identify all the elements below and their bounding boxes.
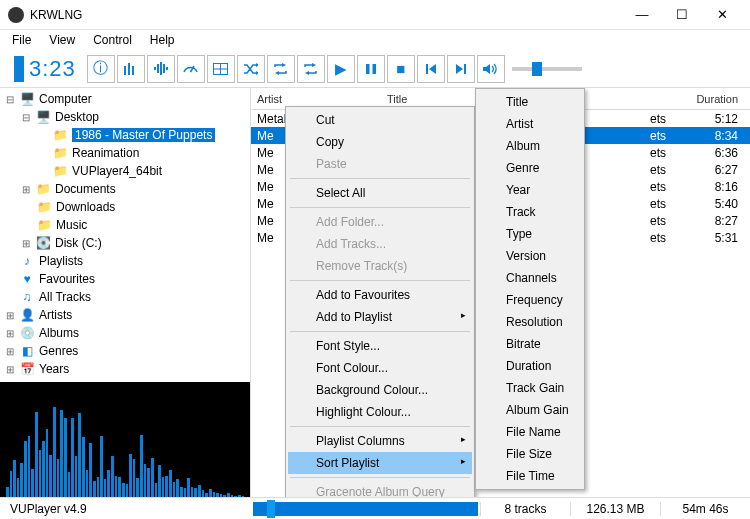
shuffle-button[interactable]	[237, 55, 265, 83]
ctx-add-to-playlist[interactable]: Add to Playlist	[288, 306, 472, 328]
svg-rect-5	[372, 64, 376, 74]
ctx-gracenote-album-query: Gracenote Album Query	[288, 481, 472, 497]
ctx-playlist-columns[interactable]: Playlist Columns	[288, 430, 472, 452]
ctx-paste: Paste	[288, 153, 472, 175]
menu-help[interactable]: Help	[142, 31, 183, 49]
menubar: File View Control Help	[0, 30, 750, 50]
sort-duration[interactable]: Duration	[478, 355, 582, 377]
minimize-button[interactable]: —	[622, 1, 662, 29]
sort-frequency[interactable]: Frequency	[478, 289, 582, 311]
spectrum-icon[interactable]	[147, 55, 175, 83]
sort-bitrate[interactable]: Bitrate	[478, 333, 582, 355]
ctx-cut[interactable]: Cut	[288, 109, 472, 131]
titlebar: KRWLNG — ☐ ✕	[0, 0, 750, 30]
sort-version[interactable]: Version	[478, 245, 582, 267]
status-version: VUPlayer v4.9	[0, 502, 251, 516]
menu-view[interactable]: View	[41, 31, 83, 49]
tree-favourites[interactable]: ♥Favourites	[4, 270, 246, 288]
sidebar: ⊟🖥️Computer ⊟🖥️Desktop 📁1986 - Master Of…	[0, 88, 251, 497]
pause-button[interactable]	[357, 55, 385, 83]
equalizer-icon[interactable]	[117, 55, 145, 83]
col-artist[interactable]: Artist	[251, 93, 381, 105]
prev-button[interactable]	[417, 55, 445, 83]
oscilloscope-icon[interactable]	[207, 55, 235, 83]
ctx-copy[interactable]: Copy	[288, 131, 472, 153]
tree-computer[interactable]: ⊟🖥️Computer	[4, 90, 246, 108]
sort-track-gain[interactable]: Track Gain	[478, 377, 582, 399]
sort-year[interactable]: Year	[478, 179, 582, 201]
next-button[interactable]	[447, 55, 475, 83]
app-icon	[8, 7, 24, 23]
status-tracks: 8 tracks	[480, 502, 570, 516]
tree-album-selected[interactable]: 📁1986 - Master Of Puppets	[4, 126, 246, 144]
status-time: 54m 46s	[660, 502, 750, 516]
sort-album-gain[interactable]: Album Gain	[478, 399, 582, 421]
volume-button[interactable]	[477, 55, 505, 83]
sort-track[interactable]: Track	[478, 201, 582, 223]
ctx-add-tracks-: Add Tracks...	[288, 233, 472, 255]
sort-type[interactable]: Type	[478, 223, 582, 245]
repeat-one-button[interactable]	[297, 55, 325, 83]
tree-documents[interactable]: ⊞📁Documents	[4, 180, 246, 198]
ctx-add-folder-: Add Folder...	[288, 211, 472, 233]
elapsed-time[interactable]: 3:23	[29, 56, 76, 82]
play-button[interactable]: ▶	[327, 55, 355, 83]
tree-vuplayer[interactable]: 📁VUPlayer4_64bit	[4, 162, 246, 180]
maximize-button[interactable]: ☐	[662, 1, 702, 29]
tree-years[interactable]: ⊞📅Years	[4, 360, 246, 378]
vu-icon[interactable]	[177, 55, 205, 83]
sort-submenu: TitleArtistAlbumGenreYearTrackTypeVersio…	[475, 88, 585, 490]
window-title: KRWLNG	[30, 8, 622, 22]
sort-title[interactable]: Title	[478, 91, 582, 113]
sort-channels[interactable]: Channels	[478, 267, 582, 289]
info-button[interactable]: ⓘ	[87, 55, 115, 83]
tree-reanimation[interactable]: 📁Reanimation	[4, 144, 246, 162]
sort-genre[interactable]: Genre	[478, 157, 582, 179]
seek-bar[interactable]	[253, 502, 478, 516]
ctx-select-all[interactable]: Select All	[288, 182, 472, 204]
ctx-font-style-[interactable]: Font Style...	[288, 335, 472, 357]
sort-album[interactable]: Album	[478, 135, 582, 157]
tree-genres[interactable]: ⊞◧Genres	[4, 342, 246, 360]
col-duration[interactable]: Duration	[670, 93, 750, 105]
tree-albums[interactable]: ⊞💿Albums	[4, 324, 246, 342]
playlist-panel: Artist Title Album Duration MetallicaBat…	[251, 88, 750, 497]
tree-music[interactable]: 📁Music	[4, 216, 246, 234]
status-size: 126.13 MB	[570, 502, 660, 516]
time-indicator-icon	[14, 56, 24, 82]
ctx-add-to-favourites[interactable]: Add to Favourites	[288, 284, 472, 306]
close-button[interactable]: ✕	[702, 1, 742, 29]
statusbar: VUPlayer v4.9 8 tracks 126.13 MB 54m 46s	[0, 497, 750, 519]
visualizer	[0, 382, 250, 497]
toolbar: 3:23 ⓘ ▶ ■	[0, 50, 750, 88]
tree-artists[interactable]: ⊞👤Artists	[4, 306, 246, 324]
tree-alltracks[interactable]: ♫All Tracks	[4, 288, 246, 306]
volume-slider[interactable]	[512, 67, 582, 71]
ctx-remove-track-s-: Remove Track(s)	[288, 255, 472, 277]
tree-disk[interactable]: ⊞💽Disk (C:)	[4, 234, 246, 252]
ctx-highlight-colour-[interactable]: Highlight Colour...	[288, 401, 472, 423]
sort-artist[interactable]: Artist	[478, 113, 582, 135]
ctx-font-colour-[interactable]: Font Colour...	[288, 357, 472, 379]
tree-playlists[interactable]: ♪Playlists	[4, 252, 246, 270]
sort-file-name[interactable]: File Name	[478, 421, 582, 443]
sort-file-size[interactable]: File Size	[478, 443, 582, 465]
repeat-button[interactable]	[267, 55, 295, 83]
menu-file[interactable]: File	[4, 31, 39, 49]
svg-rect-4	[366, 64, 370, 74]
menu-control[interactable]: Control	[85, 31, 140, 49]
context-menu: CutCopyPasteSelect AllAdd Folder...Add T…	[285, 106, 475, 497]
tree-downloads[interactable]: 📁Downloads	[4, 198, 246, 216]
sort-resolution[interactable]: Resolution	[478, 311, 582, 333]
ctx-sort-playlist[interactable]: Sort Playlist	[288, 452, 472, 474]
ctx-background-colour-[interactable]: Background Colour...	[288, 379, 472, 401]
tree-desktop[interactable]: ⊟🖥️Desktop	[4, 108, 246, 126]
stop-button[interactable]: ■	[387, 55, 415, 83]
sort-file-time[interactable]: File Time	[478, 465, 582, 487]
